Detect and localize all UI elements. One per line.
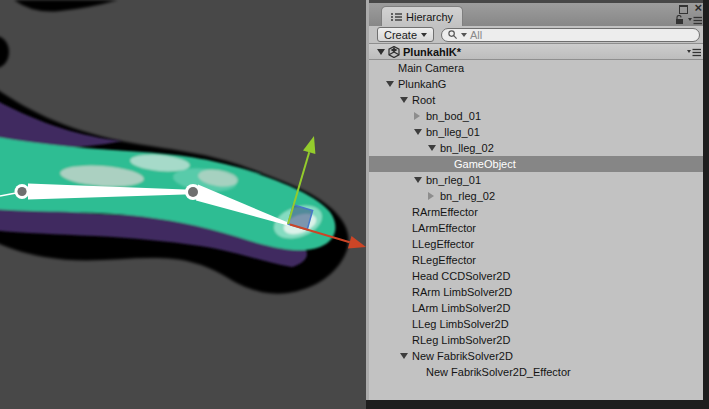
row-label: bn_lleg_01 — [426, 126, 480, 138]
row-label: LArmEffector — [412, 222, 476, 234]
foldout-collapsed-icon[interactable] — [428, 192, 434, 200]
hierarchy-window: Hierarchy × Create — [366, 0, 706, 400]
restore-window-icon[interactable] — [679, 5, 688, 14]
row-label: Root — [412, 94, 435, 106]
hierarchy-row[interactable]: Main Camera — [369, 60, 706, 76]
create-button[interactable]: Create — [377, 27, 434, 42]
hierarchy-row[interactable]: RLeg LimbSolver2D — [369, 332, 706, 348]
row-label: LArm LimbSolver2D — [412, 302, 510, 314]
hierarchy-row[interactable]: LArmEffector — [369, 220, 706, 236]
foldout-expanded-icon[interactable] — [414, 129, 422, 135]
hierarchy-row[interactable]: Head CCDSolver2D — [369, 268, 706, 284]
foldout-expanded-icon[interactable] — [377, 49, 385, 55]
search-filter-caret-icon[interactable] — [461, 33, 467, 37]
chevron-down-icon — [421, 33, 427, 37]
hierarchy-row[interactable]: RArmEffector — [369, 204, 706, 220]
search-icon — [448, 30, 458, 40]
foldout-expanded-icon[interactable] — [400, 97, 408, 103]
hierarchy-row[interactable]: LArm LimbSolver2D — [369, 300, 706, 316]
foldout-expanded-icon[interactable] — [386, 81, 394, 87]
search-filter-value: All — [470, 29, 482, 41]
hierarchy-rows: Main CameraPlunkahGRootbn_bod_01bn_lleg_… — [369, 60, 706, 400]
row-label: LLegEffector — [412, 238, 474, 250]
hierarchy-row[interactable]: bn_rleg_02 — [369, 188, 706, 204]
hierarchy-row[interactable]: Root — [369, 92, 706, 108]
lock-icon[interactable] — [675, 15, 684, 25]
hierarchy-row[interactable]: RLegEffector — [369, 252, 706, 268]
create-button-label: Create — [384, 29, 417, 41]
scene-view — [0, 0, 366, 409]
hierarchy-row[interactable]: GameObject — [369, 156, 706, 172]
unity-logo-icon — [388, 46, 400, 58]
row-label: bn_rleg_01 — [426, 174, 481, 186]
hierarchy-row[interactable]: LLeg LimbSolver2D — [369, 316, 706, 332]
hierarchy-row[interactable]: bn_lleg_01 — [369, 124, 706, 140]
row-label: bn_bod_01 — [426, 110, 481, 122]
row-label: LLeg LimbSolver2D — [412, 318, 509, 330]
hierarchy-row[interactable]: LLegEffector — [369, 236, 706, 252]
row-label: bn_lleg_02 — [440, 142, 494, 154]
pane-menu-icon[interactable] — [688, 16, 702, 25]
row-label: PlunkahG — [398, 78, 446, 90]
unity-editor: Hierarchy × Create — [0, 0, 709, 409]
foldout-expanded-icon[interactable] — [400, 353, 408, 359]
row-label: RLeg LimbSolver2D — [412, 334, 510, 346]
foldout-expanded-icon[interactable] — [428, 145, 436, 151]
row-label: New FabrikSolver2D_Effector — [426, 366, 571, 378]
hierarchy-row[interactable]: bn_rleg_01 — [369, 172, 706, 188]
scene-header[interactable]: PlunkahIK* — [369, 44, 706, 60]
bone-joint-1[interactable] — [17, 187, 26, 196]
hierarchy-row[interactable]: bn_bod_01 — [369, 108, 706, 124]
scene-menu-icon[interactable] — [687, 48, 701, 57]
row-label: RArm LimbSolver2D — [412, 286, 512, 298]
row-label: RLegEffector — [412, 254, 476, 266]
hierarchy-row[interactable]: bn_lleg_02 — [369, 140, 706, 156]
row-label: Head CCDSolver2D — [412, 270, 510, 282]
foldout-collapsed-icon[interactable] — [414, 112, 420, 120]
bone-joint-2[interactable] — [188, 187, 198, 197]
row-label: GameObject — [454, 158, 516, 170]
hierarchy-toolbar: Create All — [369, 26, 706, 44]
window-bottom-border — [366, 400, 709, 409]
hierarchy-row[interactable]: New FabrikSolver2D_Effector — [369, 364, 706, 380]
close-icon[interactable]: × — [694, 0, 702, 15]
tab-label: Hierarchy — [406, 11, 453, 23]
tab-bar: Hierarchy × — [369, 0, 706, 26]
window-right-border — [703, 0, 709, 409]
tab-hierarchy[interactable]: Hierarchy — [381, 6, 463, 26]
row-label: bn_rleg_02 — [440, 190, 495, 202]
hierarchy-row[interactable]: PlunkahG — [369, 76, 706, 92]
search-input[interactable]: All — [441, 28, 700, 42]
hierarchy-row[interactable]: New FabrikSolver2D — [369, 348, 706, 364]
foldout-expanded-icon[interactable] — [414, 177, 422, 183]
scene-name: PlunkahIK* — [403, 46, 461, 58]
hierarchy-tab-icon — [391, 12, 402, 22]
row-label: New FabrikSolver2D — [412, 350, 513, 362]
row-label: Main Camera — [398, 62, 464, 74]
row-label: RArmEffector — [412, 206, 478, 218]
hierarchy-row[interactable]: RArm LimbSolver2D — [369, 284, 706, 300]
